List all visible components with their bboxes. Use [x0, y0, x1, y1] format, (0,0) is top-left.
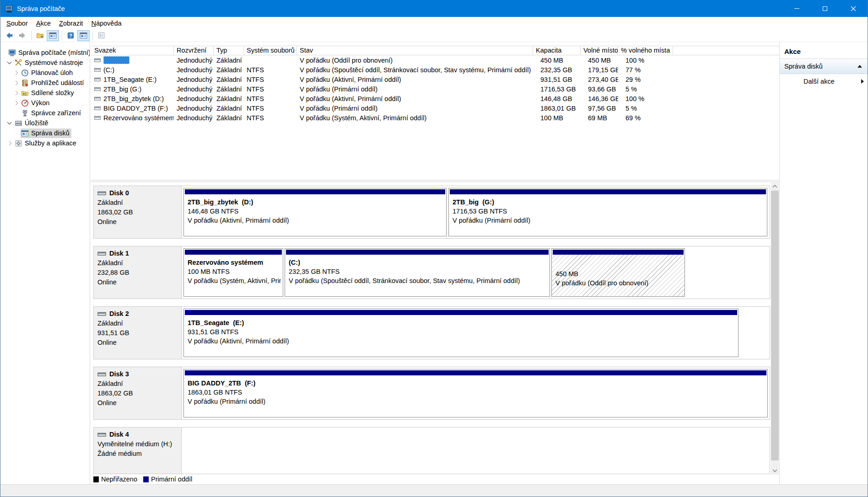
disk-pane: Disk 0Základní1863,02 GBOnline2TB_big_zb…: [91, 182, 779, 475]
partition-label: (C:): [289, 258, 548, 267]
scroll-down-icon[interactable]: [771, 467, 779, 475]
volume-cell: 146,36 GB: [581, 95, 618, 102]
partition-2tb-big-g[interactable]: 2TB_big (G:)1716,53 GB NTFSV pořádku (Pr…: [448, 188, 767, 236]
scrollbar-thumb[interactable]: [771, 191, 779, 460]
menu-akce[interactable]: Akce: [32, 18, 55, 29]
sidebar-item-sdilene-slozky[interactable]: Sdílené složky: [0, 88, 90, 98]
partition-size: 232,35 GB NTFS: [289, 267, 548, 276]
volume-row-rezervovano-systemem[interactable]: Rezervováno systémemJednoduchýZákladníNT…: [92, 113, 779, 123]
volume-name-cell: 2TB_big (G:): [92, 86, 174, 93]
column-header-system-souboru[interactable]: Systém souborů: [244, 46, 297, 55]
volume-name-cell: BIG DADDY_2TB (F:): [92, 105, 174, 112]
column-header-kapacita[interactable]: Kapacita: [533, 46, 581, 55]
actions-group-disk-management[interactable]: Správa disků: [780, 59, 868, 74]
collapsed-chevron-icon[interactable]: [14, 70, 18, 75]
partition-body: 450 MBV pořádku (Oddíl pro obnovení): [552, 255, 685, 296]
disk-row-disk-3: Disk 3Základní1863,02 GBOnlineBIG DADDY_…: [93, 367, 770, 420]
volume-row-big-daddy-2tb-f[interactable]: BIG DADDY_2TB (F:)JednoduchýZákladníNTFS…: [92, 103, 779, 113]
maximize-button[interactable]: [811, 0, 839, 17]
disk-legend: NepřiřazenoPrimární oddíl: [93, 475, 198, 484]
column-header-volne-misto[interactable]: Volné místo: [581, 46, 618, 55]
volume-row-c[interactable]: (C:)JednoduchýZákladníNTFSV pořádku (Spo…: [92, 65, 779, 75]
vertical-scrollbar[interactable]: [771, 182, 779, 475]
menu-napoveda[interactable]: Nápověda: [87, 18, 125, 29]
volume-cell: 5 %: [618, 105, 673, 112]
sidebar-item-prohlizec-udalosti[interactable]: Prohlížeč událostí: [0, 78, 90, 88]
sidebar-item-content: Sdílené složky: [21, 88, 76, 98]
partition-size: 146,48 GB NTFS: [188, 207, 444, 216]
column-header-typ[interactable]: Typ: [214, 46, 244, 55]
sidebar-item-vykon[interactable]: Výkon: [0, 98, 90, 108]
disk-info-disk-2[interactable]: Disk 2Základní931,51 GBOnline: [94, 307, 182, 359]
sidebar-item-sprava-disku[interactable]: Správa disků: [0, 128, 90, 138]
show-action-pane-button[interactable]: [77, 30, 90, 41]
column-header-stav[interactable]: Stav: [297, 46, 533, 55]
sidebar-item-uloziste[interactable]: Úložiště: [0, 118, 90, 128]
partition-body: 2TB_big (G:)1716,53 GB NTFSV pořádku (Pr…: [449, 194, 767, 225]
minimize-button[interactable]: [782, 0, 811, 17]
partition-450-mb[interactable]: 450 MBV pořádku (Oddíl pro obnovení): [551, 248, 685, 297]
column-header-rozvrzeni[interactable]: Rozvržení: [174, 46, 214, 55]
volume-row-1tb-seagate-e[interactable]: 1TB_Seagate (E:)JednoduchýZákladníNTFSV …: [92, 75, 779, 84]
volume-row-recovery[interactable]: JednoduchýZákladníV pořádku (Oddíl pro o…: [92, 55, 779, 65]
volume-row-2tb-big-g[interactable]: 2TB_big (G:)JednoduchýZákladníNTFSV pořá…: [92, 84, 779, 94]
minimize-icon: [794, 8, 799, 9]
more-actions-item[interactable]: Další akce: [780, 74, 868, 88]
app-icon: [5, 5, 13, 13]
expanded-chevron-icon[interactable]: [7, 120, 12, 125]
menu-soubor[interactable]: Soubor: [2, 18, 32, 29]
sidebar-item-sprava-pocitace-mistni[interactable]: Správa počítače (místní): [0, 48, 90, 58]
actions-pane: Akce Správa disků Další akce: [779, 42, 868, 484]
properties-button[interactable]: [95, 30, 108, 41]
volume-icon: [94, 77, 101, 82]
partition-1tb-seagate-e[interactable]: 1TB_Seagate (E:)931,51 GB NTFSV pořádku …: [183, 309, 739, 357]
close-button[interactable]: [839, 0, 868, 17]
volume-cell: 146,48 GB: [533, 95, 581, 102]
menu-zobrazit[interactable]: Zobrazit: [55, 18, 87, 29]
collapse-icon[interactable]: [857, 65, 862, 68]
help-button[interactable]: ?: [65, 30, 77, 41]
disk-name: Disk 1: [109, 250, 129, 257]
sidebar-item-label: Výkon: [31, 99, 49, 107]
performance-icon: [21, 99, 29, 107]
collapsed-chevron-icon[interactable]: [7, 141, 12, 145]
partition-c[interactable]: (C:)232,35 GB NTFSV pořádku (Spouštěcí o…: [285, 248, 550, 297]
help-icon: ?: [67, 32, 75, 39]
actions-pane-title: Akce: [780, 46, 868, 59]
collapsed-chevron-icon[interactable]: [14, 80, 18, 85]
partition-color-stripe: [185, 370, 766, 375]
collapsed-chevron-icon[interactable]: [14, 91, 18, 95]
volume-cell: 232,35 GB: [533, 66, 581, 74]
disk-info-disk-3[interactable]: Disk 3Základní1863,02 GBOnline: [94, 367, 182, 419]
sidebar-item-planovac-uloh[interactable]: Plánovač úloh: [0, 68, 90, 78]
partition-rezervovano-systemem[interactable]: Rezervováno systémem100 MB NTFSV pořádku…: [183, 248, 283, 297]
partition-big-daddy-2tb-f[interactable]: BIG DADDY_2TB (F:)1863,01 GB NTFSV pořád…: [183, 369, 768, 417]
back-button[interactable]: [3, 30, 16, 41]
collapsed-chevron-icon[interactable]: [14, 101, 18, 105]
content-area: Správa počítače (místní)Systémové nástro…: [0, 42, 868, 484]
volume-name: (C:): [103, 66, 114, 74]
disk-icon: [97, 190, 107, 196]
scroll-up-icon[interactable]: [771, 182, 779, 190]
partition-size: 1716,53 GB NTFS: [453, 207, 765, 216]
sidebar-item-systemove-nastroje[interactable]: Systémové nástroje: [0, 58, 90, 68]
volume-cell: V pořádku (Spouštěcí oddíl, Stránkovací …: [297, 66, 533, 74]
show-console-tree-button[interactable]: [47, 30, 59, 41]
sidebar-item-spravce-zarizeni[interactable]: Správce zařízení: [0, 108, 90, 118]
export-list-button[interactable]: [34, 30, 46, 41]
partition-color-stripe: [286, 250, 549, 255]
volume-cell: V pořádku (Primární oddíl): [297, 105, 533, 112]
partition-2tb-big-zbytek-d[interactable]: 2TB_big_zbytek (D:)146,48 GB NTFSV pořád…: [183, 188, 447, 236]
sidebar-item-sluzby-a-aplikace[interactable]: Služby a aplikace: [0, 138, 90, 148]
volume-row-2tb-big-zbytek-d[interactable]: 2TB_big_zbytek (D:)JednoduchýZákladníNTF…: [92, 94, 779, 103]
disk-info-disk-1[interactable]: Disk 1Základní232,88 GBOnline: [94, 246, 182, 299]
disk-info-disk-0[interactable]: Disk 0Základní1863,02 GBOnline: [94, 186, 182, 238]
column-header-svazek[interactable]: Svazek: [92, 46, 174, 55]
partition-status: V pořádku (Aktivní, Primární oddíl): [188, 216, 444, 225]
column-header-volneho-mista[interactable]: % volného místa: [618, 46, 673, 55]
sidebar-item-content: Správa disků: [21, 128, 71, 138]
disk-info-disk-4[interactable]: Disk 4Vyměnitelné médium (H:)Žádné médiu…: [94, 428, 182, 474]
expanded-chevron-icon[interactable]: [7, 60, 12, 64]
forward-button[interactable]: [16, 30, 28, 41]
device-manager-icon: [21, 109, 29, 117]
